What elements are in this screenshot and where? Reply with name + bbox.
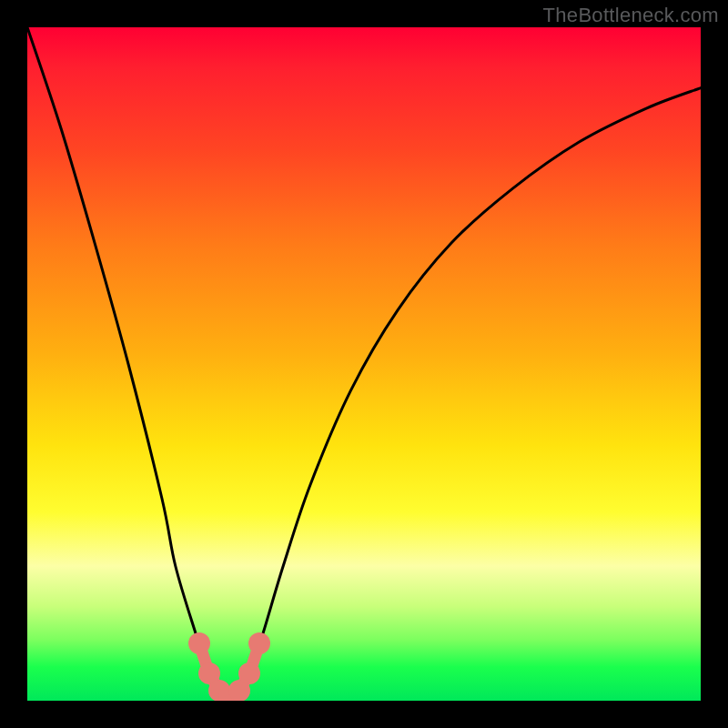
chart-stage: TheBottleneck.com (0, 0, 728, 728)
curve-marker (188, 632, 210, 654)
curve-marker (248, 632, 270, 654)
bottleneck-curve (27, 27, 701, 701)
watermark-text: TheBottleneck.com (543, 4, 719, 27)
curve-marker (238, 662, 260, 684)
plot-area (27, 27, 701, 701)
